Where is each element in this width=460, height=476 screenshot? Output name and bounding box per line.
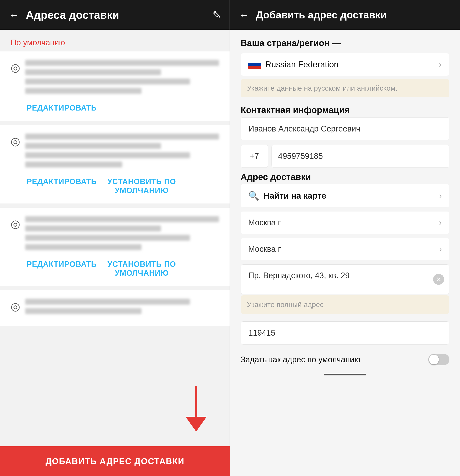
- city2-chevron-icon: ›: [439, 244, 442, 254]
- address-card-2: ◎ РЕДАКТИРОВАТЬ УСТАНОВИТЬ ПОУМОЛЧАНИЮ: [0, 125, 230, 204]
- edit-button-1[interactable]: РЕДАКТИРОВАТЬ: [27, 103, 97, 112]
- address-section-label: Адрес доставки: [241, 172, 449, 182]
- pin-icon-3: ◎: [11, 217, 20, 230]
- search-icon: 🔍: [248, 191, 259, 201]
- set-default-button-3[interactable]: УСТАНОВИТЬ ПОУМОЛЧАНИЮ: [107, 260, 176, 278]
- full-name-input[interactable]: [241, 117, 449, 140]
- city1-text: Москва г: [248, 218, 281, 227]
- map-chevron-icon: ›: [439, 191, 442, 201]
- street-address-text: Пр. Вернадского, 43, кв. 29: [248, 271, 442, 280]
- left-back-button[interactable]: ←: [9, 8, 19, 21]
- clear-address-button[interactable]: ✕: [433, 274, 444, 285]
- address-hint-text: Укажите полный адрес: [247, 300, 324, 308]
- svg-marker-1: [186, 417, 207, 432]
- contact-section-label: Контактная информация: [241, 105, 449, 115]
- city-selector-2[interactable]: Москва г ›: [241, 238, 449, 260]
- phone-code-field[interactable]: +7: [241, 144, 268, 168]
- pin-icon-2: ◎: [11, 135, 20, 148]
- city-selector-1[interactable]: Москва г ›: [241, 212, 449, 234]
- home-indicator: [324, 374, 366, 375]
- edit-button-3[interactable]: РЕДАКТИРОВАТЬ: [27, 260, 97, 278]
- street-address-input[interactable]: Пр. Вернадского, 43, кв. 29 ✕: [241, 264, 449, 294]
- address-lines-2: [25, 134, 219, 171]
- country-name: Russian Federation: [265, 60, 339, 69]
- default-label: По умолчанию: [0, 30, 230, 51]
- address-card-4: ◎: [0, 290, 230, 326]
- phone-row: +7 4959759185: [241, 144, 449, 168]
- country-selector[interactable]: Russian Federation ›: [241, 53, 449, 76]
- city1-chevron-icon: ›: [439, 218, 442, 227]
- russia-flag-icon: [248, 60, 261, 69]
- add-address-label: ДОБАВИТЬ АДРЕС ДОСТАВКИ: [45, 457, 185, 466]
- edit-icon[interactable]: ✎: [213, 9, 221, 21]
- country-hint-text: Укажите данные на русском или английском…: [247, 84, 398, 92]
- default-toggle-label: Задать как адрес по умолчанию: [241, 355, 360, 364]
- country-section-label: Ваша страна/регион —: [241, 38, 449, 48]
- country-hint-box: Укажите данные на русском или английском…: [241, 79, 449, 97]
- right-panel: ← Добавить адрес доставки Ваша страна/ре…: [230, 0, 460, 476]
- left-header: ← Адреса доставки ✎: [0, 0, 230, 30]
- right-header: ← Добавить адрес доставки: [230, 0, 460, 30]
- address-hint-box: Укажите полный адрес: [241, 295, 449, 314]
- pin-icon-1: ◎: [11, 61, 20, 74]
- set-default-button-2[interactable]: УСТАНОВИТЬ ПОУМОЛЧАНИЮ: [107, 177, 176, 195]
- city2-text: Москва г: [248, 245, 281, 254]
- right-page-title: Добавить адрес доставки: [256, 9, 451, 21]
- edit-button-2[interactable]: РЕДАКТИРОВАТЬ: [27, 177, 97, 195]
- address-lines-1: [25, 60, 219, 97]
- address-lines-3: [25, 216, 219, 254]
- chevron-right-icon: ›: [439, 60, 442, 69]
- address-card-3: ◎ РЕДАКТИРОВАТЬ УСТАНОВИТЬ ПОУМОЛЧАНИЮ: [0, 208, 230, 286]
- address-lines-4: [25, 299, 219, 317]
- right-back-button[interactable]: ←: [239, 8, 249, 21]
- map-search-left: 🔍 Найти на карте: [248, 191, 326, 201]
- right-content: Ваша страна/регион — Russian Federation …: [230, 30, 460, 476]
- postcode-field[interactable]: 119415: [241, 322, 449, 345]
- map-search-label: Найти на карте: [264, 191, 326, 201]
- add-address-button[interactable]: ДОБАВИТЬ АДРЕС ДОСТАВКИ: [0, 446, 230, 476]
- address-card-1: ◎ РЕДАКТИРОВАТЬ: [0, 51, 230, 121]
- default-toggle[interactable]: [428, 354, 449, 365]
- country-left: Russian Federation: [248, 60, 339, 69]
- toggle-knob: [429, 355, 439, 365]
- map-search-button[interactable]: 🔍 Найти на карте ›: [241, 184, 449, 207]
- red-arrow-icon: [179, 385, 213, 432]
- phone-number-field[interactable]: 4959759185: [272, 144, 449, 168]
- pin-icon-4: ◎: [11, 300, 20, 313]
- default-toggle-row: Задать как адрес по умолчанию: [241, 349, 449, 369]
- left-page-title: Адреса доставки: [26, 8, 213, 21]
- left-panel: ← Адреса доставки ✎ По умолчанию ◎: [0, 0, 230, 476]
